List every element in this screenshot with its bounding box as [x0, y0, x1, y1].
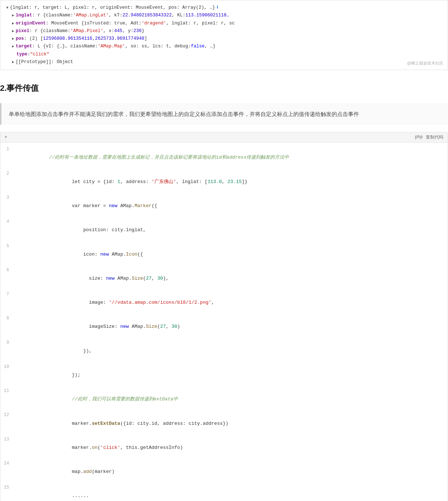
info-icon-0[interactable]: ℹ: [217, 4, 218, 11]
line-num-1: 1: [0, 145, 15, 153]
debug-num-y: 236: [134, 27, 142, 35]
debug-top-section: ▼ {lnglat: r, target: L, pixel: r, origi…: [0, 0, 448, 70]
debug-num-pos2: 2625733.9691774948: [95, 35, 144, 43]
debug-key-pixel: pixel: [16, 27, 30, 35]
collapse-icon[interactable]: ▼: [5, 135, 7, 140]
line-num-5: 5: [0, 242, 15, 250]
code-toolbar-left: ▼: [5, 135, 7, 140]
line-num-11: 11: [0, 387, 15, 395]
expand-arrow-lnglat[interactable]: ▶: [12, 12, 14, 19]
line-code-14: map.add(marker): [15, 460, 448, 484]
debug-num-x: 445: [114, 27, 123, 35]
debug-line-0: ▼ {lnglat: r, target: L, pixel: r, origi…: [6, 4, 442, 12]
line-code-10: });: [15, 363, 448, 387]
line-code-12: marker.setExtData({id: city.id, address:…: [15, 411, 448, 435]
debug-line-type: type : "click": [6, 51, 442, 58]
code-block-wrapper: ▼ php 复制代码 1 //此时有一条地址数据，需要在地图上生成标记，并且点击…: [0, 132, 448, 501]
line-code-9: }),: [15, 339, 448, 363]
debug-num-kt: 22.948021853843322: [123, 12, 172, 19]
line-code-15: ......: [15, 484, 448, 501]
debug-keyword-false: false: [191, 43, 205, 50]
expand-arrow-0[interactable]: ▼: [6, 4, 8, 11]
line-code-6: size: new AMap.Size(27, 30),: [15, 267, 448, 291]
expand-arrow-pos[interactable]: ▶: [12, 35, 14, 42]
debug-line-originevent: ▶ originEvent : MouseEvent {isTrusted: t…: [6, 20, 442, 27]
code-row-1: 1 //此时有一条地址数据，需要在地图上生成标记，并且点击该标记要将该地址的id…: [0, 145, 448, 170]
debug-line-prototype: ▶ [[Prototype]]: Object: [6, 58, 442, 66]
code-row-2: 2 let city = {id: 1, address: '广东佛山', ln…: [0, 170, 448, 194]
line-num-8: 8: [0, 315, 15, 322]
page-container: ▼ {lnglat: r, target: L, pixel: r, origi…: [0, 0, 448, 501]
code-row-15: 15 ......: [0, 484, 448, 501]
expand-arrow-target[interactable]: ▶: [12, 43, 14, 50]
copy-button[interactable]: 复制代码: [426, 134, 443, 140]
code-toolbar: ▼ php 复制代码: [0, 132, 448, 143]
line-num-9: 9: [0, 339, 15, 346]
code-row-11: 11 //此时，我们可以将需要的数据传递到extData中: [0, 387, 448, 411]
debug-string-click: "click": [30, 51, 50, 58]
code-row-13: 13 marker.on('click', this.getAddressInf…: [0, 436, 448, 460]
code-row-10: 10 });: [0, 363, 448, 387]
code-content: 1 //此时有一条地址数据，需要在地图上生成标记，并且点击该标记要将该地址的id…: [0, 143, 448, 501]
debug-num-pos1: 12596808.961354116: [43, 35, 92, 43]
debug-line-target: ▶ target : L {vI: {…}, className: 'AMap.…: [6, 43, 442, 50]
debug-key-pos: pos: [16, 35, 24, 43]
debug-key-target: target: [16, 43, 32, 50]
code-lang-label: php: [415, 134, 423, 141]
code-row-7: 7 image: '//vdata.amap.com/icons/b18/1/2…: [0, 291, 448, 315]
expand-arrow-pixel[interactable]: ▶: [12, 27, 14, 34]
code-row-5: 5 icon: new AMap.Icon({: [0, 242, 448, 267]
line-code-4: position: city.lnglat,: [15, 218, 448, 242]
section2-heading: 2.事件传值: [0, 70, 448, 100]
line-num-12: 12: [0, 411, 15, 419]
line-num-10: 10: [0, 363, 15, 370]
quote-text: 单单给地图添加点击事件并不能满足我们的需求，我们更希望给地图上的自定义标点添加点…: [9, 111, 359, 117]
line-num-3: 3: [0, 194, 15, 201]
expand-arrow-originevent[interactable]: ▶: [12, 20, 14, 27]
line-code-11: //此时，我们可以将需要的数据传递到extData中: [15, 387, 448, 411]
line-num-6: 6: [0, 267, 15, 274]
line-code-1: //此时有一条地址数据，需要在地图上生成标记，并且点击该标记要将该地址的id和a…: [15, 145, 448, 170]
debug-line-pixel: ▶ pixel : r {className: 'AMap.Pixel' , x…: [6, 27, 442, 35]
code-row-6: 6 size: new AMap.Size(27, 30),: [0, 267, 448, 291]
line-num-2: 2: [0, 170, 15, 177]
line-code-13: marker.on('click', this.getAddressInfo): [15, 436, 448, 460]
code-row-4: 4 position: city.lnglat,: [0, 218, 448, 242]
quote-block: 单单给地图添加点击事件并不能满足我们的需求，我们更希望给地图上的自定义标点添加点…: [0, 103, 448, 125]
debug-key-originevent: originEvent: [16, 20, 46, 27]
expand-arrow-prototype[interactable]: ▶: [12, 58, 14, 65]
debug-prototype-text: [[Prototype]]: Object: [16, 58, 73, 66]
debug-num-kl: 113.15906021118…: [185, 12, 229, 19]
line-code-5: icon: new AMap.Icon({: [15, 242, 448, 267]
line-num-15: 15: [0, 484, 15, 491]
line-code-7: image: '//vdata.amap.com/icons/b18/1/2.p…: [15, 291, 448, 315]
debug-string-amapmap: 'AMap.Map': [98, 43, 125, 50]
watermark-top: @稀土掘金技术社区: [407, 60, 443, 67]
code-row-14: 14 map.add(marker): [0, 460, 448, 484]
line-num-4: 4: [0, 218, 15, 225]
code-row-3: 3 var marker = new AMap.Marker({: [0, 194, 448, 218]
line-num-14: 14: [0, 460, 15, 467]
debug-plain-lnglat: : r {className:: [32, 12, 73, 19]
code-toolbar-right: php 复制代码: [415, 134, 443, 141]
debug-line-lnglat: ▶ lnglat : r {className: 'AMap.LngLat' ,…: [6, 12, 442, 19]
code-row-12: 12 marker.setExtData({id: city.id, addre…: [0, 411, 448, 435]
line-num-7: 7: [0, 291, 15, 298]
debug-string-lnglat-classname: 'AMap.LngLat': [73, 12, 109, 19]
debug-key-type: type: [16, 51, 27, 58]
line-code-3: var marker = new AMap.Marker({: [15, 194, 448, 218]
line-num-13: 13: [0, 436, 15, 443]
debug-string-amappixel: 'AMap.Pixel': [70, 27, 103, 35]
line-code-8: imageSize: new AMap.Size(27, 30): [15, 315, 448, 339]
code-row-8: 8 imageSize: new AMap.Size(27, 30): [0, 315, 448, 339]
debug-string-dragend: 'dragend': [142, 20, 166, 27]
debug-key-lnglat: lnglat: [16, 12, 32, 19]
code-row-9: 9 }),: [0, 339, 448, 363]
debug-line-pos: ▶ pos : (2) [ 12596808.961354116 , 26257…: [6, 35, 442, 43]
section2-container: 2.事件传值 单单给地图添加点击事件并不能满足我们的需求，我们更希望给地图上的自…: [0, 70, 448, 501]
debug-text-0: {lnglat: r, target: L, pixel: r, originE…: [10, 4, 215, 12]
line-code-2: let city = {id: 1, address: '广东佛山', lngl…: [15, 170, 448, 194]
